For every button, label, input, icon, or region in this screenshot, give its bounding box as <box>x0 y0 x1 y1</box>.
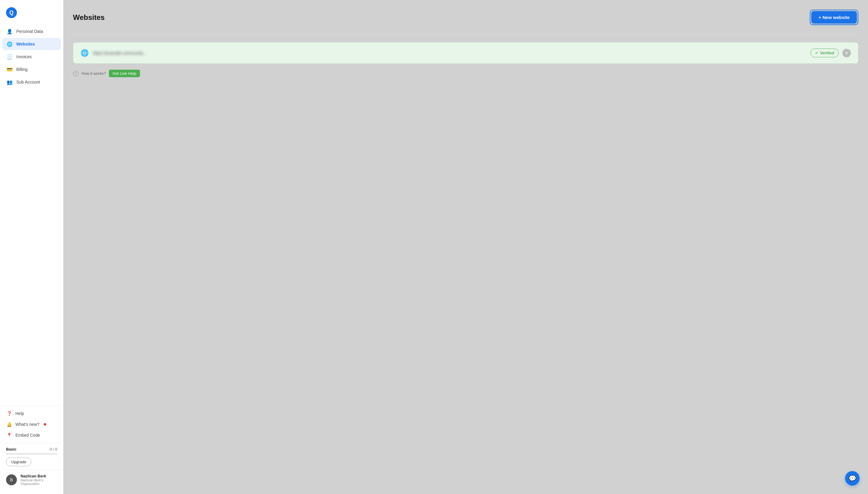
header-divider <box>73 35 859 35</box>
get-live-help-button[interactable]: Get Live Help <box>109 70 140 77</box>
sidebar-logo: Q <box>0 5 63 25</box>
plan-name: Basic <box>6 447 17 452</box>
globe-icon: 🌐 <box>80 49 89 57</box>
sidebar-item-billing[interactable]: 💳 Billing <box>2 63 61 75</box>
user-org: Nazlican Berk's Organization <box>20 478 57 486</box>
main-content: Websites + New website 🌐 https://example… <box>63 0 868 494</box>
plan-section: Basic 0 / 0 Upgrade <box>0 443 63 470</box>
new-website-btn-wrapper: + New website <box>810 10 859 25</box>
how-it-works-text: How it works? <box>81 71 106 76</box>
sidebar-bottom: ❓ Help 🔔 What's new? 📍 Embed Code <box>0 405 63 443</box>
website-card-left: 🌐 https://example.community... <box>80 49 146 57</box>
sidebar-nav: 👤 Personal Data 🌐 Websites 🧾 Invoices 💳 … <box>0 25 63 403</box>
avatar: B <box>6 474 17 485</box>
user-info: Nazlican Berk Nazlican Berk's Organizati… <box>20 474 57 486</box>
plan-count: 0 / 0 <box>50 447 57 452</box>
personal-data-icon: 👤 <box>7 28 13 34</box>
embed-code-icon: 📍 <box>7 433 12 438</box>
sidebar-item-label-websites: Websites <box>16 42 35 46</box>
sub-account-icon: 👥 <box>7 79 13 85</box>
chat-icon: 💬 <box>849 475 856 482</box>
sidebar: Q 👤 Personal Data 🌐 Websites 🧾 Invoices … <box>0 0 63 494</box>
user-name: Nazlican Berk <box>20 474 57 478</box>
chat-fab[interactable]: 💬 <box>845 471 860 486</box>
website-card-right: ✓ Verified ✕ <box>810 49 851 57</box>
sidebar-item-websites[interactable]: 🌐 Websites <box>2 38 61 50</box>
website-card: 🌐 https://example.community... ✓ Verifie… <box>73 42 859 64</box>
whats-new-icon: 🔔 <box>7 422 12 427</box>
sidebar-item-label-whats-new: What's new? <box>15 422 39 427</box>
verified-badge: ✓ Verified <box>810 49 839 57</box>
sidebar-item-personal-data[interactable]: 👤 Personal Data <box>2 25 61 37</box>
checkmark-icon: ✓ <box>815 51 818 55</box>
sidebar-item-label-personal-data: Personal Data <box>16 29 43 34</box>
question-icon: ? <box>73 71 78 76</box>
avatar-letter: B <box>10 477 13 482</box>
verified-label: Verified <box>820 51 834 55</box>
user-section: B Nazlican Berk Nazlican Berk's Organiza… <box>0 470 63 489</box>
sidebar-item-sub-account[interactable]: 👥 Sub Account <box>2 76 61 88</box>
sidebar-item-invoices[interactable]: 🧾 Invoices <box>2 51 61 63</box>
sidebar-item-embed-code[interactable]: 📍 Embed Code <box>2 430 61 441</box>
sidebar-item-label-invoices: Invoices <box>16 54 32 59</box>
billing-icon: 💳 <box>7 66 13 72</box>
sidebar-item-whats-new[interactable]: 🔔 What's new? <box>2 419 61 430</box>
sidebar-item-help[interactable]: ❓ Help <box>2 408 61 419</box>
main-header: Websites + New website <box>73 10 859 25</box>
help-icon: ❓ <box>7 411 12 416</box>
upgrade-button[interactable]: Upgrade <box>6 457 31 466</box>
plan-progress-bar <box>6 453 57 455</box>
how-it-works: ? How it works? Get Live Help <box>73 70 859 77</box>
websites-icon: 🌐 <box>7 41 13 47</box>
app-logo[interactable]: Q <box>6 7 17 18</box>
page-title: Websites <box>73 13 105 22</box>
sidebar-item-label-help: Help <box>15 411 24 416</box>
logo-letter: Q <box>9 10 14 16</box>
sidebar-item-label-billing: Billing <box>16 67 27 72</box>
website-url: https://example.community... <box>93 51 146 56</box>
close-website-button[interactable]: ✕ <box>842 49 851 57</box>
question-mark: ? <box>75 72 77 75</box>
invoices-icon: 🧾 <box>7 54 13 60</box>
plan-header: Basic 0 / 0 <box>6 447 57 452</box>
sidebar-item-label-embed-code: Embed Code <box>15 433 40 438</box>
notification-badge <box>44 423 46 425</box>
new-website-button[interactable]: + New website <box>811 11 857 23</box>
sidebar-item-label-sub-account: Sub Account <box>16 80 40 84</box>
